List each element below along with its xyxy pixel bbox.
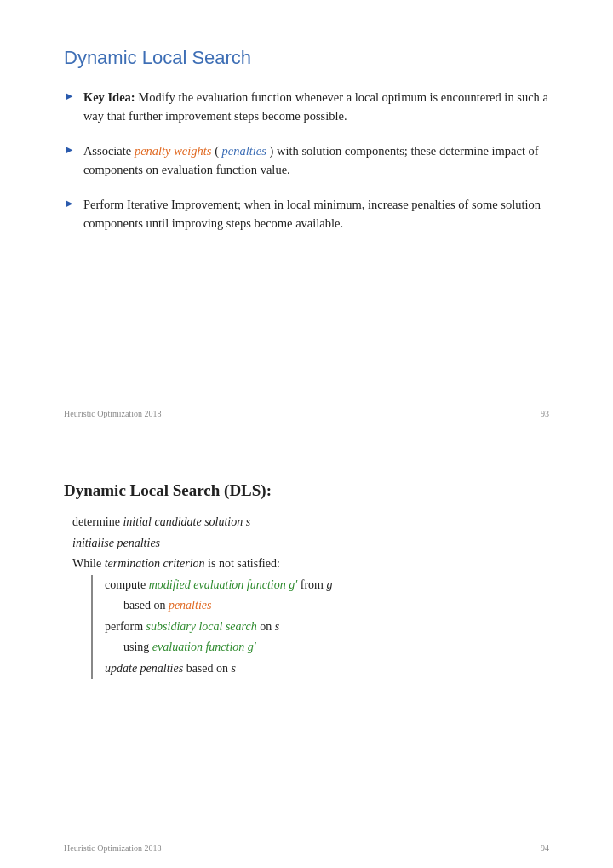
page: Dynamic Local Search ► Key Idea: Modify … xyxy=(0,0,613,868)
slide-1-footer-left: Heuristic Optimization 2018 xyxy=(64,409,161,418)
bullet-item-1: ► Key Idea: Modify the evaluation functi… xyxy=(64,88,549,126)
bullet2-pre: Associate xyxy=(83,144,135,158)
slide-2-footer-left: Heuristic Optimization 2018 xyxy=(64,843,161,853)
penalties-text-2: penalties xyxy=(169,599,212,612)
slide-1-footer-right: 93 xyxy=(541,409,549,418)
bullet2-paren-open: ( xyxy=(215,144,219,158)
bullet-text-2: Associate penalty weights ( penalties ) … xyxy=(83,141,549,180)
termination-criterion-text: termination criterion xyxy=(105,557,205,570)
algo-line-4: compute modified evaluation function g′ … xyxy=(105,575,549,596)
slide-2-title: Dynamic Local Search (DLS): xyxy=(64,481,549,500)
algo-line-3: While termination criterion is not satis… xyxy=(72,554,549,575)
key-idea-label: Key Idea: xyxy=(83,90,135,104)
g-text: g xyxy=(326,578,332,591)
bullet-item-3: ► Perform Iterative Improvement; when in… xyxy=(64,195,549,233)
algo-line-5: based on penalties xyxy=(123,595,549,617)
penalties-text: penalties xyxy=(222,144,266,158)
bullet-text-3: Perform Iterative Improvement; when in l… xyxy=(83,195,549,233)
bullet-text-1: Key Idea: Modify the evaluation function… xyxy=(83,88,549,126)
bullet-arrow-2: ► xyxy=(64,143,75,157)
modified-eval-text: modified evaluation function g′ xyxy=(149,578,298,591)
subsidiary-local-search-text: subsidiary local search xyxy=(146,620,257,633)
initial-candidate-text: initial candidate solution s xyxy=(123,515,250,528)
algo-line-7: using evaluation function g′ xyxy=(123,637,549,658)
algo-line-1: determine initial candidate solution s xyxy=(72,512,549,533)
s-text: s xyxy=(275,620,279,633)
slide-1-title: Dynamic Local Search xyxy=(64,47,549,69)
algo-line-6: perform subsidiary local search on s xyxy=(105,617,549,638)
bullet1-text: Modify the evaluation function whenever … xyxy=(83,90,548,123)
penalty-weights-text: penalty weights xyxy=(135,144,212,158)
algo-line-2: initialise penalties xyxy=(72,533,549,555)
algo-line-8: update penalties based on s xyxy=(105,658,549,680)
algorithm-block: determine initial candidate solution s i… xyxy=(72,512,549,679)
slide-1: Dynamic Local Search ► Key Idea: Modify … xyxy=(0,0,613,434)
slide-2: Dynamic Local Search (DLS): determine in… xyxy=(0,434,613,868)
bullet-arrow-1: ► xyxy=(64,89,75,103)
bullet-list: ► Key Idea: Modify the evaluation functi… xyxy=(64,88,549,233)
eval-function-text: evaluation function g′ xyxy=(152,641,256,653)
slide-1-footer: Heuristic Optimization 2018 93 xyxy=(0,409,613,418)
slide-2-footer-right: 94 xyxy=(541,843,549,853)
algo-while-body: compute modified evaluation function g′ … xyxy=(91,575,549,680)
bullet-arrow-3: ► xyxy=(64,197,75,210)
slide-2-footer: Heuristic Optimization 2018 94 xyxy=(0,843,613,853)
bullet-item-2: ► Associate penalty weights ( penalties … xyxy=(64,141,549,180)
